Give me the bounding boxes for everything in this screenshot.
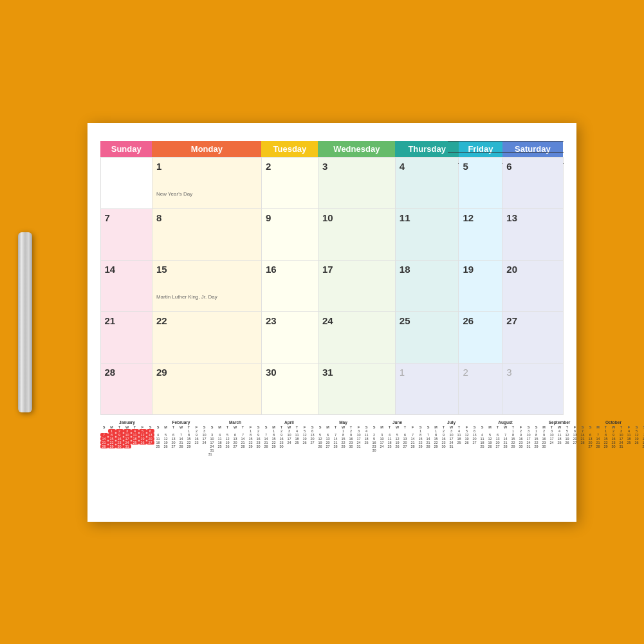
mini-cal-august: AugustSMTWTFS123456789101112131415161718…	[479, 420, 533, 456]
mini-cal-day	[255, 448, 262, 452]
mini-cal-day: 7	[100, 433, 108, 437]
day-number: 3	[506, 367, 511, 378]
mini-cal-grid: SMTWTFS123456789101112131415161718192021…	[154, 425, 208, 448]
day-number: 19	[463, 264, 474, 275]
mini-cal-day: 16	[116, 437, 124, 441]
day-cell-25: 25	[395, 311, 459, 363]
mini-cal-grid: SMTWTFS123456789101112131415161718192021…	[262, 425, 317, 448]
mini-cal-extra: 31	[208, 452, 262, 456]
day-cell-15: 15Martin Luther King, Jr. Day	[152, 260, 261, 311]
mini-cal-day: 29	[432, 445, 440, 448]
mini-cal-day: 29	[270, 445, 278, 448]
mini-cal-title: May	[317, 420, 371, 425]
day-cell-17: 17	[318, 260, 395, 311]
mini-cal-day	[579, 445, 587, 448]
mini-cal-day: 30	[440, 445, 448, 448]
mini-cal-day	[463, 445, 471, 448]
day-number: 12	[463, 212, 474, 223]
mini-cal-day: 29	[510, 445, 517, 448]
day-cell-22: 22	[152, 311, 261, 363]
day-number: 24	[322, 315, 333, 326]
mini-cal-grid: SMTWTFS123456789101112131415161718192021…	[587, 425, 641, 448]
mini-cal-day: 28	[594, 445, 602, 448]
day-number: 14	[105, 264, 116, 275]
day-cell-3: 3	[318, 157, 395, 208]
week-row-4: 28293031123	[100, 363, 563, 414]
mini-cal-day: 25	[479, 445, 486, 448]
mini-cal-day	[564, 445, 571, 448]
mini-cal-february: FebruarySMTWTFS1234567891011121314151617…	[154, 420, 208, 456]
day-number: 29	[156, 367, 167, 378]
mini-cal-day	[386, 448, 394, 452]
mini-cal-day: 30	[278, 445, 286, 448]
day-number: 10	[322, 212, 333, 223]
mini-cal-day	[247, 448, 255, 452]
mini-cal-day: 10	[124, 433, 131, 437]
day-number: 20	[506, 264, 517, 275]
day-cell-12: 12	[459, 208, 502, 260]
mini-cal-day: 28	[262, 445, 270, 448]
mini-cal-day: 24	[124, 441, 131, 445]
mini-cal-april: AprilSMTWTFS1234567891011121314151617181…	[262, 420, 317, 456]
day-cell-24: 24	[318, 311, 395, 363]
mini-cal-day-header: W	[124, 425, 131, 429]
mini-cal-grid: SMTWTFS123456789101112131415161718192021…	[371, 425, 425, 452]
mini-cal-day: 5	[139, 429, 147, 433]
mini-cal-day	[293, 445, 301, 448]
mini-cal-grid: SMTWTFS123456789101112131415161718192021…	[425, 425, 479, 448]
day-number: 26	[463, 315, 474, 326]
week-row-2: 1415Martin Luther King, Jr. Day161718192…	[100, 260, 563, 311]
day-cell-23: 23	[261, 311, 318, 363]
mini-cal-day: 31	[448, 445, 455, 448]
day-cell-4: 4	[395, 157, 459, 208]
calendar-grid: SundayMondayTuesdayWednesdayThursdayFrid…	[100, 141, 564, 415]
mini-cal-day	[548, 445, 556, 448]
mini-cal-september: SeptemberSMTWTFS123456789101112131415161…	[533, 420, 587, 456]
mini-cal-grid: SMTWTFS123456789101112131415161718192021…	[100, 425, 154, 448]
mini-cal-day: 31	[208, 448, 216, 452]
mini-cal-day: 24	[641, 445, 645, 448]
mini-cal-day: 27	[587, 445, 594, 448]
mini-cal-day	[409, 448, 417, 452]
day-number: 30	[266, 367, 277, 378]
mini-cal-day: 28	[425, 445, 432, 448]
mini-cal-grid: SMTWTFS123456789101112131415161718192021…	[533, 425, 587, 448]
mini-cal-title: March	[208, 420, 262, 425]
day-cell-9: 9	[261, 208, 318, 260]
day-number: 6	[506, 161, 511, 172]
day-number: 28	[105, 367, 116, 378]
mini-cal-day	[455, 445, 463, 448]
mini-cal-day-header: T	[116, 425, 124, 429]
week-row-0: 1New Year's Day23456	[100, 157, 563, 208]
day-cell-2: 2	[459, 363, 502, 414]
day-cell-30: 30	[261, 363, 318, 414]
day-header-wednesday: Wednesday	[318, 141, 395, 158]
day-number: 2	[463, 367, 468, 378]
day-number: 31	[322, 367, 333, 378]
mini-cal-day	[139, 445, 147, 448]
mini-cal-day	[224, 448, 232, 452]
mini-cal-day: 6	[147, 429, 154, 433]
day-number: 23	[266, 315, 277, 326]
calendar: SundayMondayTuesdayWednesdayThursdayFrid…	[87, 123, 576, 522]
mini-cal-november: NovemberSMTWTFS1234567891011121314151617…	[641, 420, 645, 456]
day-cell-3: 3	[502, 363, 563, 414]
day-number: 16	[266, 264, 277, 275]
mini-cal-day	[147, 445, 154, 448]
mini-cal-title: November	[641, 420, 645, 425]
mini-cal-day: 13	[147, 433, 154, 437]
day-cell-29: 29	[152, 363, 261, 414]
mini-cal-day	[201, 445, 208, 448]
day-header-tuesday: Tuesday	[261, 141, 318, 158]
mini-calendars-section: JanuarySMTWTFS12345678910111213141516171…	[100, 420, 564, 456]
day-number: 27	[506, 315, 517, 326]
day-number: 22	[156, 315, 167, 326]
day-cell-empty	[100, 157, 152, 208]
day-number: 25	[400, 315, 410, 326]
day-number: 18	[400, 264, 410, 275]
mini-cal-day: 30	[116, 445, 124, 448]
day-cell-6: 6	[502, 157, 563, 208]
mini-cal-july: JulySMTWTFS12345678910111213141516171819…	[425, 420, 479, 456]
day-number: 21	[105, 315, 116, 326]
mini-cal-day: 26	[162, 445, 170, 448]
